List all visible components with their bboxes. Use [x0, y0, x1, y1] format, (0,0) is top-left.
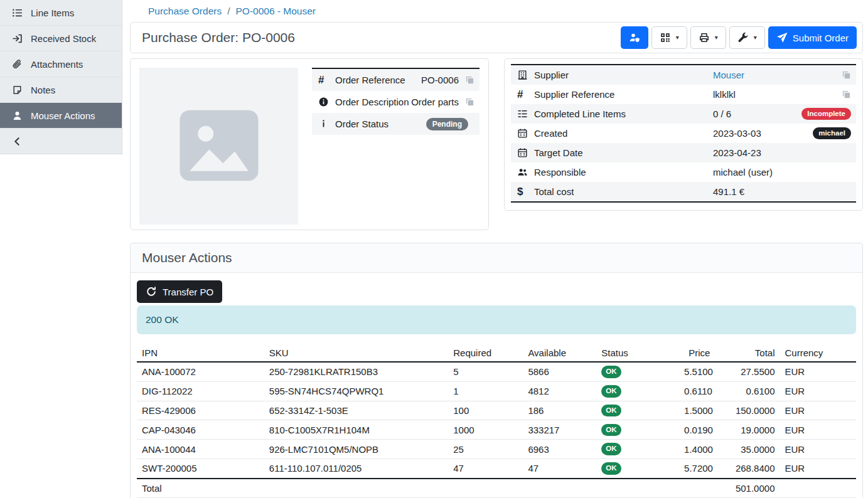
- detail-accessory: Incomplete: [801, 108, 851, 120]
- paperclip-icon: [12, 59, 23, 70]
- detail-link-mouser[interactable]: Mouser: [713, 70, 744, 80]
- actions-table-body: ANA-100072250-72981KLRATR150B355866OK5.5…: [137, 362, 856, 479]
- cell: DIG-112022: [137, 381, 264, 401]
- sidebar-item-label: Mouser Actions: [31, 110, 95, 121]
- cell: 250-72981KLRATR150B3: [264, 362, 448, 381]
- submit-order-button[interactable]: Submit Order: [768, 26, 857, 49]
- hash-icon: #: [517, 89, 534, 100]
- ok-badge: OK: [601, 443, 621, 455]
- print-actions-button[interactable]: ▾: [690, 26, 726, 49]
- sidebar-item-received-stock[interactable]: Received Stock: [0, 26, 122, 51]
- cell: EUR: [780, 401, 856, 420]
- detail-value: Order parts: [409, 97, 459, 107]
- transfer-result-alert: 200 OK: [137, 305, 856, 334]
- order-details-table: #Order ReferencePO-0006Order Description…: [312, 68, 480, 135]
- cell: 0.0190: [679, 420, 715, 440]
- detail-value: lklklkl: [713, 89, 842, 100]
- page-header: Purchase Order: PO-0006 ▾▾▾Submit Order: [130, 22, 863, 53]
- sidebar-item-mouser-actions[interactable]: Mouser Actions: [0, 103, 122, 129]
- cell: 5.7200: [679, 458, 715, 478]
- order-actions-button[interactable]: ▾: [729, 26, 765, 49]
- cell: 5.5100: [679, 362, 715, 381]
- barcode-actions-button[interactable]: ▾: [651, 26, 687, 49]
- cell: EUR: [780, 381, 856, 401]
- cell: 1.4000: [679, 440, 715, 459]
- detail-row-supplier-reference: #Supplier Referencelklklkl: [511, 85, 856, 104]
- list-icon: [12, 8, 23, 18]
- cell: 19.0000: [715, 420, 780, 440]
- list-check-icon: [517, 109, 534, 119]
- cell: 810-C1005X7R1H104M: [264, 420, 448, 440]
- cell: 0.6110: [679, 381, 715, 401]
- detail-row-target-date: Target Date2023-04-23: [511, 143, 856, 162]
- cell-status: OK: [596, 440, 679, 459]
- breadcrumb-link-purchase-orders[interactable]: Purchase Orders: [148, 6, 222, 17]
- sidebar-item-notes[interactable]: Notes: [0, 77, 122, 103]
- cell-status: OK: [596, 401, 679, 420]
- copy-icon[interactable]: [465, 97, 474, 107]
- transfer-po-button[interactable]: Transfer PO: [137, 280, 222, 303]
- cell: 5866: [523, 362, 596, 381]
- dollar-icon: $: [517, 186, 534, 197]
- sidebar-menu: Line ItemsReceived StockAttachmentsNotes…: [0, 0, 122, 154]
- cell: 25: [448, 440, 523, 459]
- cell: 1.5000: [679, 401, 715, 420]
- detail-accessory: [842, 70, 851, 80]
- app-window: Line ItemsReceived StockAttachmentsNotes…: [0, 0, 868, 498]
- ok-badge: OK: [601, 424, 621, 437]
- michael-badge: michael: [813, 127, 851, 140]
- supplier-details-card: SupplierMouser#Supplier Referencelklklkl…: [504, 58, 863, 211]
- order-image[interactable]: [139, 68, 298, 225]
- detail-label: Order Reference: [335, 75, 405, 85]
- cell-status: OK: [596, 458, 679, 478]
- table-row-res-429006: RES-429006652-3314Z-1-503E100186OK1.5000…: [137, 401, 856, 420]
- mouser-actions-panel: Mouser Actions Transfer PO 200 OK IPNSKU…: [130, 243, 863, 498]
- column-header-currency: Currency: [780, 344, 856, 362]
- cell: 595-SN74HCS74QPWRQ1: [264, 381, 448, 401]
- sidebar-item-label: Notes: [31, 85, 55, 95]
- signin-icon: [12, 33, 23, 44]
- cell: 5: [448, 362, 523, 381]
- user-shield-icon: [629, 32, 640, 43]
- copy-icon[interactable]: [842, 90, 851, 99]
- main-content: Purchase Orders/PO-0006 - Mouser Purchas…: [122, 0, 868, 498]
- detail-label: Completed Line Items: [534, 109, 713, 119]
- cell: EUR: [780, 440, 856, 459]
- sidebar-item-line-items[interactable]: Line Items: [0, 0, 122, 26]
- panel-body: Transfer PO 200 OK IPNSKURequiredAvailab…: [131, 273, 862, 498]
- sidebar-item-attachments[interactable]: Attachments: [0, 51, 122, 77]
- page-title: Purchase Order: PO-0006: [142, 30, 295, 45]
- ok-badge: OK: [601, 405, 621, 417]
- cell: 100: [448, 401, 523, 420]
- sidebar-collapse-button[interactable]: [0, 129, 122, 154]
- cell: 926-LMC7101QM5/NOPB: [264, 440, 448, 459]
- cell: 268.8400: [715, 458, 780, 478]
- detail-label: Responsible: [534, 167, 713, 177]
- cell-status: OK: [596, 362, 679, 381]
- ok-badge: OK: [601, 462, 621, 475]
- cell: 27.5500: [715, 362, 780, 381]
- button-label: Submit Order: [793, 33, 849, 43]
- breadcrumb-link-po-0006-mouser[interactable]: PO-0006 - Mouser: [235, 6, 316, 17]
- user-icon: [12, 110, 23, 121]
- column-header-status: Status: [596, 344, 679, 362]
- detail-value: 491.1 €: [713, 186, 851, 197]
- detail-label: Total cost: [534, 186, 713, 197]
- send-icon: [776, 32, 788, 43]
- hash-icon: #: [318, 75, 335, 85]
- detail-value: michael (user): [713, 167, 851, 177]
- detail-row-created: Created2023-03-03michael: [511, 124, 856, 143]
- column-header-total: Total: [715, 344, 780, 362]
- copy-icon[interactable]: [842, 70, 851, 80]
- incomplete-badge: Incomplete: [801, 108, 851, 120]
- printer-icon: [699, 32, 710, 43]
- admin-button[interactable]: [621, 26, 648, 49]
- cell: SWT-200005: [137, 458, 264, 478]
- caret-down-icon: ▾: [676, 34, 679, 41]
- cell: 47: [448, 458, 523, 478]
- copy-icon[interactable]: [465, 75, 474, 85]
- calendar-icon: [517, 128, 534, 139]
- cell: 1000: [448, 420, 523, 440]
- users-icon: [517, 167, 534, 177]
- ok-badge: OK: [601, 366, 621, 378]
